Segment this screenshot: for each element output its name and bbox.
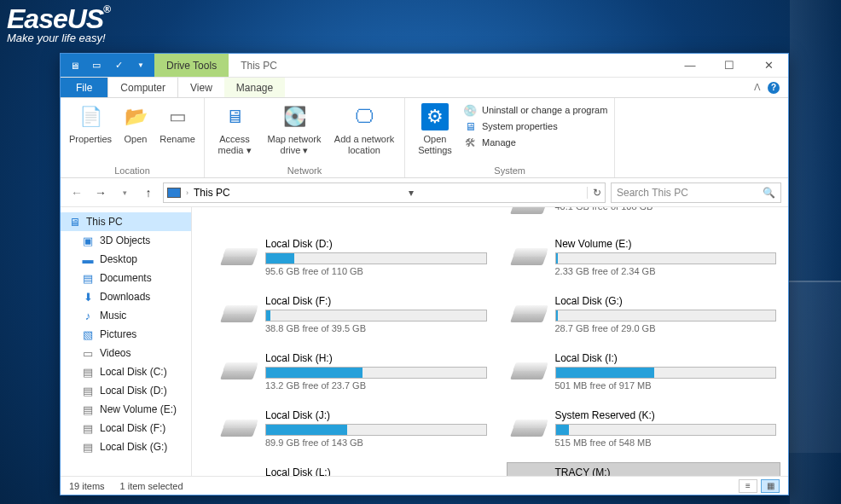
- minimize-button[interactable]: —: [670, 54, 710, 77]
- uninstall-program-button[interactable]: 💿 Uninstall or change a program: [463, 103, 607, 117]
- tree-item[interactable]: ▤Local Disk (D:): [61, 381, 191, 400]
- open-settings-button[interactable]: ⚙ Open Settings: [410, 100, 460, 155]
- open-button[interactable]: 📂 Open: [117, 100, 154, 145]
- qat-dropdown[interactable]: ▼: [130, 56, 151, 75]
- app-icon[interactable]: 🖥: [64, 56, 84, 75]
- drive-icon: [221, 416, 257, 442]
- add-network-location-button[interactable]: 🖵 Add a network location: [329, 100, 399, 155]
- drive-item[interactable]: Local Disk (I:)501 MB free of 917 MB: [508, 349, 780, 394]
- ribbon-tab-strip: File Computer View Manage ᐱ ?: [61, 78, 788, 98]
- tab-view[interactable]: View: [178, 78, 224, 97]
- tree-item-label: Local Disk (G:): [100, 441, 167, 453]
- map-network-drive-button[interactable]: 💽 Map network drive ▾: [261, 100, 328, 155]
- ribbon-group-location: 📄 Properties 📂 Open ▭ Rename Location: [61, 98, 205, 177]
- tree-item-icon: ▤: [81, 271, 95, 285]
- search-icon: 🔍: [763, 187, 775, 199]
- drive-icon: [511, 207, 547, 219]
- ribbon-collapse-icon[interactable]: ᐱ: [754, 82, 761, 93]
- ribbon-group-network: 🖥 Access media ▾ 💽 Map network drive ▾ 🖵…: [205, 98, 405, 177]
- drive-capacity-bar: [555, 252, 777, 264]
- drive-capacity-bar: [265, 424, 487, 436]
- search-box[interactable]: Search This PC 🔍: [611, 182, 781, 203]
- drive-icon: [221, 302, 257, 327]
- breadcrumb-separator-icon[interactable]: ›: [186, 188, 188, 197]
- tree-item[interactable]: ▬Desktop: [61, 250, 191, 269]
- window-controls: — ☐ ✕: [670, 54, 788, 77]
- this-pc-icon: [167, 188, 181, 198]
- drive-capacity-bar: [265, 367, 487, 379]
- tree-item-icon: ▣: [81, 234, 95, 247]
- tree-item[interactable]: ▭Videos: [61, 344, 191, 362]
- properties-button[interactable]: 📄 Properties: [66, 100, 115, 145]
- drive-item[interactable]: New Volume (E:)2.33 GB free of 2.34 GB: [508, 235, 780, 280]
- drive-item[interactable]: Local Disk (L:)64.5 GB free of 98.7 GB: [218, 463, 490, 476]
- forward-button[interactable]: →: [91, 183, 110, 202]
- content-pane[interactable]: 40.1 GB free of 108 GB Local Disk (D:)95…: [192, 207, 788, 476]
- tree-item-icon: ⬇: [81, 290, 95, 304]
- tab-manage[interactable]: Manage: [224, 78, 285, 97]
- tree-item[interactable]: ♪Music: [61, 306, 191, 325]
- drive-item[interactable]: Local Disk (H:)13.2 GB free of 23.7 GB: [218, 349, 490, 394]
- access-media-button[interactable]: 🖥 Access media ▾: [210, 100, 259, 155]
- drive-item[interactable]: TRACY (M:)28.9 GB free of 28.9 GB: [508, 463, 780, 476]
- drive-name: Local Disk (F:): [265, 295, 487, 307]
- drive-item[interactable]: Local Disk (J:)89.9 GB free of 143 GB: [218, 406, 490, 451]
- tree-item[interactable]: 🖥This PC: [61, 212, 191, 231]
- recent-locations-button[interactable]: ▾: [115, 183, 134, 202]
- file-tab[interactable]: File: [61, 78, 107, 97]
- drive-item[interactable]: Local Disk (G:)28.7 GB free of 29.0 GB: [508, 292, 780, 337]
- navigation-pane[interactable]: 🖥This PC▣3D Objects▬Desktop▤Documents⬇Do…: [61, 207, 192, 476]
- drive-item[interactable]: Local Disk (F:)38.8 GB free of 39.5 GB: [218, 292, 490, 337]
- close-button[interactable]: ✕: [749, 54, 788, 77]
- up-button[interactable]: ↑: [139, 183, 158, 202]
- drive-icon: [511, 302, 547, 327]
- tree-item-label: New Volume (E:): [100, 403, 177, 415]
- status-bar: 19 items 1 item selected ≡ ▦: [61, 476, 788, 495]
- system-properties-button[interactable]: 🖥 System properties: [463, 119, 607, 133]
- tree-item[interactable]: ▤New Volume (E:): [61, 400, 191, 419]
- maximize-button[interactable]: ☐: [710, 54, 749, 77]
- rename-button[interactable]: ▭ Rename: [156, 100, 199, 145]
- tree-item-label: Desktop: [100, 253, 137, 265]
- drive-capacity-bar: [555, 367, 777, 379]
- rename-icon: ▭: [164, 103, 191, 130]
- tab-computer[interactable]: Computer: [107, 78, 178, 97]
- tree-item[interactable]: ▣3D Objects: [61, 231, 191, 250]
- drive-item[interactable]: Local Disk (D:)95.6 GB free of 110 GB: [218, 235, 490, 280]
- tree-item[interactable]: ▤Documents: [61, 269, 191, 287]
- tree-item[interactable]: ⬇Downloads: [61, 287, 191, 306]
- tree-item[interactable]: ▤Local Disk (G:): [61, 437, 191, 456]
- drive-icon: 💽: [281, 103, 308, 130]
- tree-item-label: Documents: [100, 272, 152, 284]
- refresh-button[interactable]: ↻: [587, 187, 601, 199]
- drive-item[interactable]: System Reserved (K:)515 MB free of 548 M…: [508, 406, 780, 451]
- tree-item-label: Local Disk (D:): [100, 385, 167, 397]
- explorer-body: 🖥This PC▣3D Objects▬Desktop▤Documents⬇Do…: [61, 207, 788, 476]
- ribbon-right: ᐱ ?: [745, 78, 788, 97]
- group-label: System: [410, 164, 609, 177]
- drive-item[interactable]: 40.1 GB free of 108 GB: [508, 207, 780, 223]
- status-selection-count: 1 item selected: [120, 481, 183, 491]
- qat-item[interactable]: ▭: [86, 56, 107, 75]
- tree-item[interactable]: ▧Pictures: [61, 325, 191, 344]
- watermark: EaseUS® Make your life easy!: [7, 3, 110, 44]
- drive-name: System Reserved (K:): [555, 409, 777, 421]
- breadcrumb-location[interactable]: This PC: [194, 187, 230, 199]
- tree-item[interactable]: ▤Local Disk (F:): [61, 419, 191, 437]
- tree-item-label: Local Disk (F:): [100, 422, 165, 434]
- contextual-tab-header: Drive Tools: [154, 54, 229, 77]
- address-bar[interactable]: › This PC ▾ ↻: [163, 182, 606, 203]
- tiles-view-button[interactable]: ▦: [761, 479, 780, 493]
- drive-name: New Volume (E:): [555, 238, 777, 250]
- help-icon[interactable]: ?: [768, 82, 780, 94]
- titlebar: 🖥 ▭ ✓ ▼ Drive Tools This PC — ☐ ✕: [61, 54, 788, 78]
- tree-item[interactable]: ▤Local Disk (C:): [61, 362, 191, 381]
- tree-item-icon: ▭: [81, 346, 95, 360]
- details-view-button[interactable]: ≡: [739, 479, 757, 493]
- drive-icon: [221, 245, 257, 270]
- drive-free-text: 2.33 GB free of 2.34 GB: [555, 266, 777, 276]
- qat-item[interactable]: ✓: [108, 56, 129, 75]
- manage-button[interactable]: 🛠 Manage: [463, 136, 607, 149]
- back-button[interactable]: ←: [67, 183, 86, 202]
- drive-capacity-bar: [265, 310, 487, 322]
